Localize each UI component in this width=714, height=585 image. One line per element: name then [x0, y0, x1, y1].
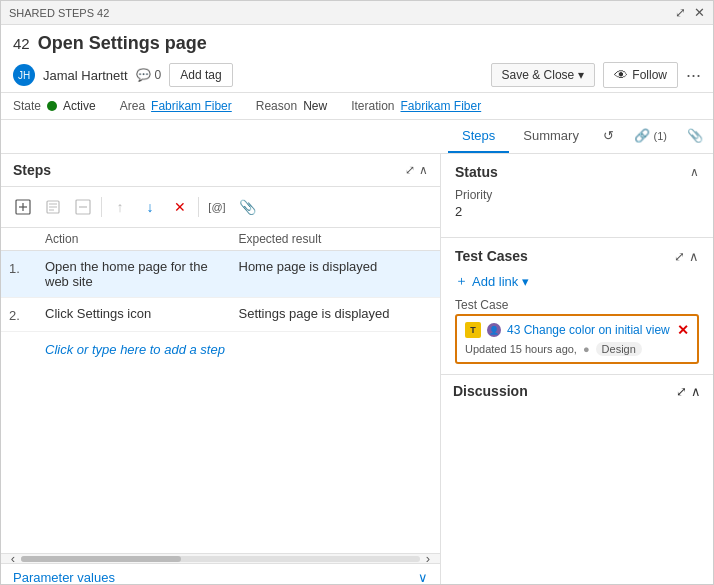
status-section-icons: ∧: [690, 165, 699, 179]
status-section-header: Status ∧: [455, 164, 699, 180]
step-result[interactable]: Home page is displayed: [239, 259, 433, 274]
steps-collapse-icon[interactable]: ∧: [419, 163, 428, 177]
more-options-button[interactable]: ···: [686, 65, 701, 86]
work-item-title: Open Settings page: [38, 33, 207, 54]
step-result[interactable]: Settings page is displayed: [239, 306, 433, 321]
test-case-type-icon: T: [465, 322, 481, 338]
test-cases-title: Test Cases: [455, 248, 528, 264]
test-case-updated: Updated 15 hours ago,: [465, 343, 577, 355]
reason-field: Reason New: [256, 99, 327, 113]
right-panel: Status ∧ Priority 2 Test Cases ⤢ ∧ ＋ Add…: [441, 154, 713, 585]
reason-label: Reason: [256, 99, 297, 113]
test-case-remove-button[interactable]: ✕: [677, 322, 689, 338]
discussion-collapse-icon[interactable]: ∧: [691, 384, 701, 399]
attach-button[interactable]: 📎: [233, 193, 261, 221]
work-item-id: 42: [13, 35, 30, 52]
add-step-placeholder[interactable]: Click or type here to add a step: [1, 332, 440, 367]
add-link-button[interactable]: ＋ Add link ▾: [455, 272, 699, 290]
title-bar-left: SHARED STEPS 42: [9, 7, 109, 19]
steps-body: 1. Open the home page for the web site H…: [1, 251, 440, 553]
attach-icon: 📎: [239, 199, 256, 215]
test-cases-header: Test Cases ⤢ ∧: [455, 248, 699, 264]
close-button[interactable]: ✕: [694, 5, 705, 20]
move-up-button[interactable]: ↑: [106, 193, 134, 221]
add-link-label: Add link: [472, 274, 518, 289]
move-down-icon: ↓: [147, 199, 154, 215]
comment-button[interactable]: 💬 0: [136, 68, 162, 82]
link-icon: 🔗: [634, 128, 650, 143]
priority-value: 2: [455, 204, 699, 219]
expand-button[interactable]: ⤢: [675, 5, 686, 20]
avatar: JH: [13, 64, 35, 86]
discussion-icons: ⤢ ∧: [676, 384, 701, 399]
state-label: State: [13, 99, 41, 113]
main-content: Steps ⤢ ∧: [1, 154, 713, 585]
test-cases-collapse-icon[interactable]: ∧: [689, 249, 699, 264]
title-bar: SHARED STEPS 42 ⤢ ✕: [1, 1, 713, 25]
insert-param-button[interactable]: [@]: [203, 193, 231, 221]
area-value[interactable]: Fabrikam Fiber: [151, 99, 232, 113]
add-tag-button[interactable]: Add tag: [169, 63, 232, 87]
delete-step-button[interactable]: ✕: [166, 193, 194, 221]
test-case-person-icon: 👤: [487, 323, 501, 337]
test-case-name[interactable]: 43 Change color on initial view: [507, 323, 671, 337]
comment-icon: 💬: [136, 68, 151, 82]
table-row[interactable]: 1. Open the home page for the web site H…: [1, 251, 440, 298]
steps-header-icons: ⤢ ∧: [405, 163, 428, 177]
insert-shared-button[interactable]: [39, 193, 67, 221]
horizontal-scrollbar[interactable]: ‹ ›: [1, 553, 440, 563]
iteration-label: Iteration: [351, 99, 394, 113]
area-field: Area Fabrikam Fiber: [120, 99, 232, 113]
work-item-title-row: 42 Open Settings page: [13, 33, 701, 54]
test-cases-icons: ⤢ ∧: [674, 249, 699, 264]
step-action[interactable]: Click Settings icon: [45, 306, 239, 321]
test-cases-expand-icon[interactable]: ⤢: [674, 249, 685, 264]
follow-button[interactable]: 👁 Follow: [603, 62, 678, 88]
step-number: 2.: [9, 306, 45, 323]
parameter-values-row[interactable]: Parameter values ∨: [1, 563, 440, 585]
history-icon: ↺: [603, 128, 614, 143]
save-close-button[interactable]: Save & Close ▾: [491, 63, 596, 87]
insert-step-icon: [15, 199, 31, 215]
table-row[interactable]: 2. Click Settings icon Settings page is …: [1, 298, 440, 332]
steps-panel: Steps ⤢ ∧: [1, 154, 441, 585]
discussion-section[interactable]: Discussion ⤢ ∧: [441, 374, 713, 407]
tab-attachments[interactable]: 📎: [677, 120, 713, 153]
tab-summary[interactable]: Summary: [509, 120, 593, 153]
step-action[interactable]: Open the home page for the web site: [45, 259, 239, 289]
tag-dot-icon: ●: [583, 343, 590, 355]
test-case-label: Test Case: [455, 298, 699, 312]
tab-history[interactable]: ↺: [593, 120, 624, 153]
scrollbar-track[interactable]: [21, 556, 420, 562]
discussion-title: Discussion: [453, 383, 528, 399]
action-column-header: Action: [45, 232, 239, 246]
status-collapse-icon[interactable]: ∧: [690, 165, 699, 179]
discussion-expand-icon[interactable]: ⤢: [676, 384, 687, 399]
dropdown-arrow-icon: ▾: [578, 68, 584, 82]
steps-panel-header: Steps ⤢ ∧: [1, 154, 440, 187]
test-case-item[interactable]: T 👤 43 Change color on initial view ✕ Up…: [455, 314, 699, 364]
comment-count: 0: [155, 68, 162, 82]
append-step-button[interactable]: [69, 193, 97, 221]
tab-steps[interactable]: Steps: [448, 120, 509, 153]
move-down-button[interactable]: ↓: [136, 193, 164, 221]
steps-table-header: Action Expected result: [1, 228, 440, 251]
links-count: (1): [654, 130, 667, 142]
tab-links[interactable]: 🔗 (1): [624, 120, 677, 153]
test-case-row1: T 👤 43 Change color on initial view ✕: [465, 322, 689, 338]
append-step-icon: [75, 199, 91, 215]
test-case-row2: Updated 15 hours ago, ● Design: [465, 342, 689, 356]
state-dot-icon: [47, 101, 57, 111]
steps-expand-icon[interactable]: ⤢: [405, 163, 415, 177]
scrollbar-thumb: [21, 556, 181, 562]
design-tag: Design: [596, 342, 642, 356]
steps-toolbar: ↑ ↓ ✕ [@] 📎: [1, 187, 440, 228]
iteration-value[interactable]: Fabrikam Fiber: [401, 99, 482, 113]
title-bar-icons: ⤢ ✕: [675, 5, 705, 20]
eye-icon: 👁: [614, 67, 628, 83]
state-value: Active: [63, 99, 96, 113]
insert-step-button[interactable]: [9, 193, 37, 221]
reason-value: New: [303, 99, 327, 113]
move-up-icon: ↑: [117, 199, 124, 215]
add-link-icon: ＋: [455, 272, 468, 290]
